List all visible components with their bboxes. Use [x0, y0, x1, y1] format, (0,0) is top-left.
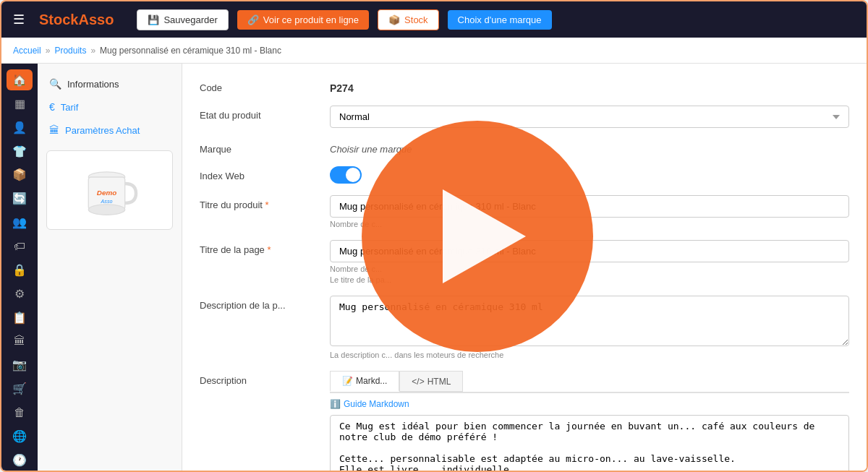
- sidebar-item-parametres-achat[interactable]: 🏛 Paramètres Achat: [38, 119, 182, 142]
- description-label: Description: [200, 371, 330, 386]
- nav-users-icon[interactable]: 👥: [7, 212, 33, 233]
- stock-button[interactable]: 📦 Stock: [378, 9, 439, 30]
- nav-globe-icon[interactable]: 🌐: [7, 426, 33, 447]
- building-icon: 🏛: [49, 124, 59, 136]
- guide-markdown-link[interactable]: ℹ️ Guide Markdown: [330, 399, 849, 409]
- form-row-brand: Marque Choisir une marque: [200, 140, 849, 155]
- product-image: Demo Asso: [77, 158, 142, 223]
- breadcrumb-current: Mug personnalisé en céramique 310 ml - B…: [100, 46, 281, 56]
- code-label: Code: [200, 78, 330, 93]
- sidebar-item-tarif[interactable]: € Tarif: [38, 95, 182, 119]
- nav-refresh-icon[interactable]: 🔄: [7, 188, 33, 209]
- status-label: Etat du produit: [200, 106, 330, 121]
- nav-grid-icon[interactable]: ▦: [7, 93, 33, 114]
- logo-part1: Stock: [39, 12, 78, 27]
- product-title-label: Titre du produit *: [200, 195, 330, 210]
- description-textarea[interactable]: Ce Mug est idéal pour bien commencer la …: [330, 415, 849, 471]
- index-web-label: Index Web: [200, 166, 330, 181]
- logo: StockAsso: [39, 12, 114, 28]
- form-row-index-web: Index Web: [200, 166, 849, 184]
- desc-page-hint: La description c... dans les moteurs de …: [330, 351, 849, 359]
- page-title-hint1: Nombre de c...: [330, 265, 849, 273]
- svg-text:Demo: Demo: [96, 189, 116, 197]
- main-layout: 🏠 ▦ 👤 👕 📦 🔄 👥 🏷 🔒 ⚙ 📋 🏛 📷 🛒 🗑 🌐 🕐 🔍 Info…: [1, 64, 867, 471]
- nav-camera-icon[interactable]: 📷: [7, 355, 33, 376]
- form-row-desc-page: Description de la p... Mug personnalisé …: [200, 296, 849, 359]
- required-star2: *: [265, 244, 271, 255]
- info-icon: 🔍: [49, 78, 61, 90]
- external-link-icon: 🔗: [247, 14, 259, 25]
- info-circle-icon: ℹ️: [330, 399, 341, 409]
- form-row-product-title: Titre du produit * Nombre de c...: [200, 195, 849, 228]
- page-title-hint2: Le titre de la pa...: [330, 275, 849, 284]
- page-title-input[interactable]: [330, 240, 849, 262]
- form-row-code: Code P274: [200, 78, 849, 94]
- brand-choice-button[interactable]: Choix d'une marque: [448, 10, 552, 30]
- app-wrapper: ☰ StockAsso 💾 Sauvegarder 🔗 Voir ce prod…: [0, 0, 868, 472]
- box-icon: 📦: [388, 14, 400, 25]
- nav-tags-icon[interactable]: 🏷: [7, 236, 33, 257]
- sidebar-item-informations[interactable]: 🔍 Informations: [38, 72, 182, 95]
- index-web-toggle[interactable]: [330, 166, 362, 184]
- tab-markdown[interactable]: 📝 Markd...: [330, 371, 399, 392]
- menu-icon[interactable]: ☰: [13, 12, 25, 27]
- svg-text:Asso: Asso: [100, 198, 112, 205]
- brand-label: Marque: [200, 140, 330, 155]
- product-title-input[interactable]: [330, 195, 849, 218]
- topbar: ☰ StockAsso 💾 Sauvegarder 🔗 Voir ce prod…: [1, 1, 867, 38]
- required-star: *: [263, 199, 269, 210]
- left-nav: 🏠 ▦ 👤 👕 📦 🔄 👥 🏷 🔒 ⚙ 📋 🏛 📷 🛒 🗑 🌐 🕐: [1, 64, 38, 471]
- nav-house-icon[interactable]: 🏛: [7, 331, 33, 352]
- nav-trash-icon[interactable]: 🗑: [7, 402, 33, 423]
- nav-clock-icon[interactable]: 🕐: [7, 450, 33, 471]
- nav-gear-icon[interactable]: ⚙: [7, 283, 33, 304]
- product-title-hint: Nombre de c...: [330, 220, 849, 228]
- nav-shield-icon[interactable]: 🔒: [7, 259, 33, 280]
- product-image-box: Demo Asso: [46, 150, 173, 230]
- breadcrumb-home[interactable]: Accueil: [13, 46, 41, 56]
- form-row-description: Description 📝 Markd... </> HTML ℹ️: [200, 371, 849, 471]
- nav-box-icon[interactable]: 📦: [7, 165, 33, 186]
- view-online-button[interactable]: 🔗 Voir ce produit en ligne: [237, 10, 369, 30]
- html-icon: </>: [412, 377, 424, 387]
- svg-point-2: [88, 205, 124, 215]
- form-row-page-title: Titre de la page * Nombre de c... Le tit…: [200, 240, 849, 284]
- desc-page-textarea[interactable]: Mug personnalisé en céramique 310 ml: [330, 296, 849, 346]
- save-button[interactable]: 💾 Sauvegarder: [137, 9, 228, 30]
- nav-cart-icon[interactable]: 🛒: [7, 378, 33, 399]
- tab-html[interactable]: </> HTML: [399, 371, 463, 392]
- breadcrumb: Accueil » Produits » Mug personnalisé en…: [1, 38, 867, 64]
- save-icon: 💾: [148, 14, 159, 25]
- content-area: Code P274 Etat du produit Normal Marque …: [182, 64, 867, 471]
- euro-icon: €: [49, 101, 55, 113]
- desc-page-label: Description de la p...: [200, 296, 330, 311]
- breadcrumb-products[interactable]: Produits: [54, 46, 86, 56]
- nav-user-icon[interactable]: 👤: [7, 117, 33, 138]
- description-tabs: 📝 Markd... </> HTML: [330, 371, 849, 393]
- markdown-icon: 📝: [342, 376, 353, 386]
- form-row-status: Etat du produit Normal: [200, 106, 849, 128]
- sidebar: 🔍 Informations € Tarif 🏛 Paramètres Acha…: [38, 64, 182, 471]
- code-value: P274: [330, 78, 849, 94]
- nav-home-icon[interactable]: 🏠: [7, 69, 33, 90]
- page-title-label: Titre de la page *: [200, 240, 330, 255]
- logo-part2: Asso: [78, 12, 114, 27]
- nav-list-icon[interactable]: 📋: [7, 307, 33, 328]
- status-select[interactable]: Normal: [330, 106, 849, 128]
- brand-placeholder-text: Choisir une marque: [330, 140, 849, 155]
- nav-shirt-icon[interactable]: 👕: [7, 141, 33, 162]
